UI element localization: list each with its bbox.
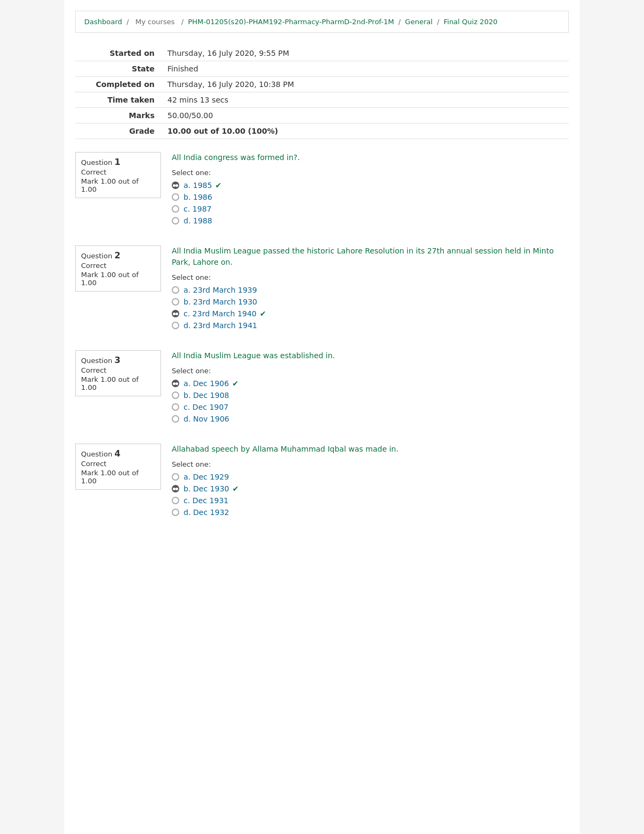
option-item-q2-3: d. 23rd March 1941 [172,321,569,330]
state-label: State [75,61,161,77]
option-item-q4-2: c. Dec 1931 [172,496,569,505]
question-content-3: All India Muslim League was established … [172,350,569,426]
option-item-q1-3: d. 1988 [172,216,569,225]
question-block-4: Question 4 Correct Mark 1.00 out of 1.00… [75,444,569,520]
option-item-q3-0: a. Dec 1906 ✔ [172,379,569,388]
check-mark-q4-1: ✔ [232,484,239,493]
option-text-q2-0: a. 23rd March 1939 [184,286,257,294]
radio-q1-0[interactable] [172,182,179,189]
radio-q3-1[interactable] [172,391,179,399]
question-mark-3: Mark 1.00 out of 1.00 [81,375,155,391]
option-item-q3-2: c. Dec 1907 [172,403,569,411]
radio-q4-2[interactable] [172,497,179,504]
radio-q1-2[interactable] [172,205,179,213]
option-text-q1-3: d. 1988 [184,216,212,225]
radio-q2-1[interactable] [172,298,179,306]
breadcrumb: Dashboard / My courses / PHM-01205(s20)-… [75,11,569,33]
question-sidebar-4: Question 4 Correct Mark 1.00 out of 1.00 [75,444,161,490]
question-mark-1: Mark 1.00 out of 1.00 [81,177,155,193]
quiz-info-row-marks: Marks 50.00/50.00 [75,108,569,124]
completed-on-value: Thursday, 16 July 2020, 10:38 PM [161,77,569,92]
question-number-1: Question 1 [81,157,155,167]
options-list-2: a. 23rd March 1939b. 23rd March 1930c. 2… [172,286,569,330]
question-text-4: Allahabad speech by Allama Muhammad Iqba… [172,444,569,455]
question-mark-4: Mark 1.00 out of 1.00 [81,469,155,485]
time-taken-value: 42 mins 13 secs [161,92,569,108]
radio-q2-3[interactable] [172,322,179,329]
radio-q4-3[interactable] [172,509,179,516]
option-text-q3-3: d. Nov 1906 [184,415,229,423]
option-text-q1-1: b. 1986 [184,193,212,201]
option-text-q3-0: a. Dec 1906 [184,379,229,388]
breadcrumb-mycourses: My courses [135,18,174,26]
page-wrapper: Dashboard / My courses / PHM-01205(s20)-… [64,0,580,834]
radio-q2-2[interactable] [172,310,179,317]
marks-value: 50.00/50.00 [161,108,569,124]
question-status-4: Correct [81,460,155,468]
check-mark-q1-0: ✔ [215,181,222,190]
question-text-2: All India Muslim League passed the histo… [172,245,569,268]
breadcrumb-general[interactable]: General [405,18,433,26]
question-content-4: Allahabad speech by Allama Muhammad Iqba… [172,444,569,520]
breadcrumb-sep2: / [181,18,184,26]
radio-q4-0[interactable] [172,473,179,481]
option-item-q3-3: d. Nov 1906 [172,415,569,423]
breadcrumb-course[interactable]: PHM-01205(s20)-PHAM192-Pharmacy-PharmD-2… [188,18,394,26]
grade-value-text: 10.00 [167,127,191,135]
breadcrumb-dashboard[interactable]: Dashboard [84,18,122,26]
question-number-4: Question 4 [81,448,155,459]
breadcrumb-sep4: / [437,18,439,26]
select-one-label-4: Select one: [172,460,569,468]
started-on-label: Started on [75,46,161,61]
quiz-info-row-completed: Completed on Thursday, 16 July 2020, 10:… [75,77,569,92]
radio-q1-1[interactable] [172,193,179,201]
question-block-2: Question 2 Correct Mark 1.00 out of 1.00… [75,245,569,333]
question-text-1: All India congress was formed in?. [172,152,569,163]
radio-q1-3[interactable] [172,217,179,224]
question-number-2: Question 2 [81,250,155,260]
option-item-q1-0: a. 1985 ✔ [172,181,569,190]
option-text-q4-0: a. Dec 1929 [184,473,229,481]
question-mark-2: Mark 1.00 out of 1.00 [81,271,155,287]
option-item-q1-2: c. 1987 [172,205,569,213]
option-item-q2-0: a. 23rd March 1939 [172,286,569,294]
question-block-3: Question 3 Correct Mark 1.00 out of 1.00… [75,350,569,426]
time-taken-label: Time taken [75,92,161,108]
grade-label: Grade [75,124,161,139]
radio-q3-0[interactable] [172,380,179,387]
quiz-info-row-state: State Finished [75,61,569,77]
state-value: Finished [161,61,569,77]
marks-label: Marks [75,108,161,124]
quiz-info-row-grade: Grade 10.00 out of 10.00 (100%) [75,124,569,139]
question-block-1: Question 1 Correct Mark 1.00 out of 1.00… [75,152,569,228]
quiz-info-table: Started on Thursday, 16 July 2020, 9:55 … [75,46,569,139]
question-content-1: All India congress was formed in?.Select… [172,152,569,228]
breadcrumb-sep3: / [398,18,400,26]
option-item-q4-3: d. Dec 1932 [172,508,569,517]
option-text-q1-0: a. 1985 [184,181,212,190]
option-text-q4-1: b. Dec 1930 [184,484,229,493]
breadcrumb-quiz[interactable]: Final Quiz 2020 [444,18,497,26]
option-text-q1-2: c. 1987 [184,205,211,213]
quiz-info-row-time: Time taken 42 mins 13 secs [75,92,569,108]
option-text-q2-3: d. 23rd March 1941 [184,321,257,330]
question-status-2: Correct [81,262,155,270]
completed-on-label: Completed on [75,77,161,92]
check-mark-q3-0: ✔ [232,379,239,388]
option-item-q2-1: b. 23rd March 1930 [172,298,569,306]
question-sidebar-2: Question 2 Correct Mark 1.00 out of 1.00 [75,245,161,292]
options-list-4: a. Dec 1929b. Dec 1930 ✔c. Dec 1931d. De… [172,473,569,517]
radio-q3-3[interactable] [172,415,179,423]
option-text-q3-2: c. Dec 1907 [184,403,229,411]
radio-q4-1[interactable] [172,485,179,492]
question-number-3: Question 3 [81,355,155,365]
radio-q3-2[interactable] [172,403,179,411]
option-text-q3-1: b. Dec 1908 [184,391,229,400]
option-text-q2-1: b. 23rd March 1930 [184,298,257,306]
grade-value: 10.00 out of 10.00 (100%) [161,124,569,139]
question-sidebar-1: Question 1 Correct Mark 1.00 out of 1.00 [75,152,161,198]
started-on-value: Thursday, 16 July 2020, 9:55 PM [161,46,569,61]
question-status-3: Correct [81,366,155,374]
radio-q2-0[interactable] [172,286,179,294]
select-one-label-3: Select one: [172,367,569,375]
